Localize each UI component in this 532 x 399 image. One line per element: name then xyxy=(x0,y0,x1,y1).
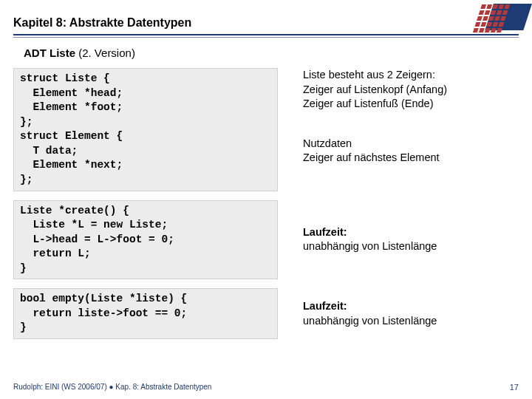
desc-label: Laufzeit: xyxy=(303,225,437,240)
subtitle-bold: ADT Liste xyxy=(24,47,75,59)
slide-content: struct Liste { Element *head; Element *f… xyxy=(0,68,532,339)
code-block: struct Liste { Element *head; Element *f… xyxy=(13,68,278,191)
code-description: Laufzeit: unabhängig von Listenlänge xyxy=(278,299,437,328)
code-description: Laufzeit: unabhängig von Listenlänge xyxy=(278,225,437,254)
slide-subtitle: ADT Liste (2. Version) xyxy=(13,42,519,65)
code-block: Liste *create() { Liste *L = new Liste; … xyxy=(13,200,278,280)
desc-text-top: Liste besteht aus 2 Zeigern: Zeiger auf … xyxy=(303,68,447,112)
chapter-title: Kapitel 8: Abstrakte Datentypen xyxy=(13,16,519,33)
code-block: bool empty(Liste *liste) { return liste-… xyxy=(13,288,278,339)
divider-thin xyxy=(13,37,519,38)
code-description: Liste besteht aus 2 Zeigern: Zeiger auf … xyxy=(278,68,447,166)
slide-footer: Rudolph: EINI (WS 2006/07) ● Kap. 8: Abs… xyxy=(0,383,532,392)
footer-text: Rudolph: EINI (WS 2006/07) ● Kap. 8: Abs… xyxy=(13,383,211,392)
corner-decoration xyxy=(466,0,532,35)
slide-header: Kapitel 8: Abstrakte Datentypen ADT List… xyxy=(0,0,532,68)
code-row: struct Liste { Element *head; Element *f… xyxy=(13,68,519,191)
desc-text: unabhängig von Listenlänge xyxy=(303,314,437,329)
desc-label: Laufzeit: xyxy=(303,299,437,314)
page-number: 17 xyxy=(510,383,519,392)
divider-thick xyxy=(13,34,519,35)
desc-text-bottom: Nutzdaten Zeiger auf nächstes Element xyxy=(303,137,447,166)
subtitle-rest: (2. Version) xyxy=(75,47,135,59)
code-row: Liste *create() { Liste *L = new Liste; … xyxy=(13,200,519,280)
code-row: bool empty(Liste *liste) { return liste-… xyxy=(13,288,519,339)
desc-text: unabhängig von Listenlänge xyxy=(303,239,437,254)
